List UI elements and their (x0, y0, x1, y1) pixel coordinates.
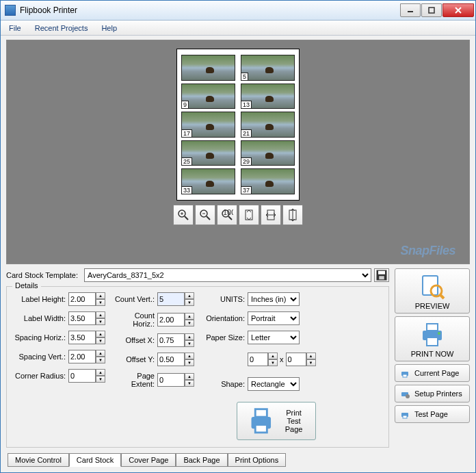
label-width-down[interactable]: ▼ (96, 318, 105, 325)
count-vert-input[interactable] (157, 292, 185, 306)
card-thumbnail: 37 (241, 168, 295, 194)
print-now-label: PRINT NOW (411, 350, 454, 358)
count-vert-down[interactable]: ▼ (185, 299, 194, 306)
corner-radius-up[interactable]: ▲ (96, 369, 105, 376)
offset-x-down[interactable]: ▼ (185, 340, 194, 347)
svg-line-12 (228, 216, 232, 220)
preview-button[interactable]: PREVIEW (395, 268, 470, 314)
spacing-vert-input[interactable] (68, 350, 96, 363)
tab-card-stock[interactable]: Card Stock (69, 453, 121, 467)
offset-x-input[interactable] (157, 333, 185, 347)
print-test-label: Print Test Page (281, 409, 307, 433)
count-horiz-input[interactable] (157, 313, 185, 327)
close-button[interactable] (442, 3, 474, 17)
label-width-input[interactable] (68, 311, 96, 325)
page-extent-up[interactable]: ▲ (185, 373, 194, 380)
spacing-horiz-label: Spacing Horiz.: (12, 333, 66, 342)
fit-width-button[interactable] (261, 205, 281, 225)
zoom-out-button[interactable] (195, 205, 215, 225)
paper-w-input[interactable] (248, 353, 268, 366)
corner-radius-label: Corner Radius: (12, 372, 66, 380)
svg-line-9 (207, 216, 210, 220)
tab-print-options[interactable]: Print Options (228, 453, 287, 467)
card-number: 13 (241, 101, 252, 108)
paper-w-down[interactable]: ▼ (268, 359, 278, 366)
orientation-select[interactable]: Portrait (248, 311, 300, 325)
save-template-button[interactable] (374, 268, 389, 282)
paper-h-up[interactable]: ▲ (306, 353, 316, 359)
print-now-button[interactable]: PRINT NOW (395, 316, 470, 361)
print-test-page-button[interactable]: Print Test Page (237, 402, 316, 440)
units-label: UNITS: (202, 295, 245, 303)
zoom-100-button[interactable]: 100% (217, 205, 237, 225)
shape-select[interactable]: Rectangle (248, 377, 300, 391)
setup-printers-button[interactable]: Setup Printers (395, 385, 470, 402)
paper-w-up[interactable]: ▲ (268, 353, 278, 359)
print-now-icon (419, 321, 446, 348)
svg-rect-30 (427, 337, 438, 346)
count-horiz-label: Count Horiz.: (114, 311, 155, 328)
svg-rect-23 (255, 409, 267, 417)
floppy-icon (375, 268, 388, 282)
spacing-vert-up[interactable]: ▲ (96, 350, 105, 357)
tab-movie-control[interactable]: Movie Control (8, 453, 69, 467)
label-height-up[interactable]: ▲ (96, 292, 105, 299)
menu-help[interactable]: Help (96, 23, 122, 34)
count-vert-up[interactable]: ▲ (185, 292, 194, 299)
svg-rect-24 (255, 425, 267, 433)
settings-panel: Card Stock Template: AveryCards_8371_5x2… (1, 264, 475, 450)
preview-label: PREVIEW (415, 302, 450, 310)
label-height-input[interactable] (68, 292, 96, 306)
details-legend: Details (12, 281, 41, 290)
count-vert-label: Count Vert.: (114, 295, 155, 303)
fit-page-icon (243, 209, 255, 221)
offset-y-input[interactable] (157, 353, 185, 366)
svg-rect-20 (378, 271, 385, 274)
page-extent-input[interactable] (157, 373, 185, 387)
label-height-down[interactable]: ▼ (96, 299, 105, 306)
label-height-label: Label Height: (12, 295, 66, 303)
titlebar: Flipbook Printer (1, 1, 475, 21)
count-horiz-down[interactable]: ▼ (185, 320, 194, 327)
spacing-horiz-up[interactable]: ▲ (96, 331, 105, 337)
fit-page-button[interactable] (239, 205, 259, 225)
units-select[interactable]: Inches (in) (248, 292, 300, 306)
paper-h-down[interactable]: ▼ (306, 359, 316, 366)
paper-h-input[interactable] (286, 353, 306, 366)
paper-size-label: Paper Size: (202, 333, 245, 342)
fit-height-icon (287, 209, 299, 221)
minimize-button[interactable] (400, 3, 421, 17)
zoom-in-icon (177, 209, 189, 221)
spacing-horiz-down[interactable]: ▼ (96, 337, 105, 344)
offset-x-up[interactable]: ▲ (185, 333, 194, 340)
corner-radius-down[interactable]: ▼ (96, 376, 105, 383)
menu-file[interactable]: File (3, 23, 27, 34)
svg-rect-1 (429, 8, 434, 13)
template-select[interactable]: AveryCards_8371_5x2 (84, 268, 371, 282)
fit-height-button[interactable] (282, 205, 303, 225)
current-page-button[interactable]: Current Page (395, 364, 470, 382)
test-page-label: Test Page (414, 410, 448, 418)
menu-recent-projects[interactable]: Recent Projects (29, 23, 94, 34)
zoom-in-button[interactable] (173, 205, 194, 225)
spacing-vert-down[interactable]: ▼ (96, 357, 105, 363)
offset-y-down[interactable]: ▼ (185, 359, 194, 366)
details-group: Details Label Height:▲▼ Label Width:▲▼ S… (6, 286, 389, 448)
spacing-horiz-input[interactable] (68, 331, 96, 344)
page-extent-down[interactable]: ▼ (185, 380, 194, 387)
corner-radius-input[interactable] (68, 369, 96, 383)
svg-rect-33 (403, 374, 407, 377)
label-width-up[interactable]: ▲ (96, 311, 105, 318)
offset-y-up[interactable]: ▲ (185, 353, 194, 359)
orientation-label: Orientation: (202, 314, 245, 322)
test-page-button[interactable]: Test Page (395, 405, 470, 423)
svg-point-35 (406, 394, 410, 398)
maximize-button[interactable] (421, 3, 442, 17)
tab-cover-page[interactable]: Cover Page (121, 453, 176, 467)
count-horiz-up[interactable]: ▲ (185, 313, 194, 320)
paper-size-select[interactable]: Letter (248, 331, 300, 344)
card-number: 25 (182, 157, 192, 165)
tab-back-page[interactable]: Back Page (176, 453, 227, 467)
setup-printers-label: Setup Printers (414, 389, 462, 398)
card-number: 21 (241, 129, 252, 137)
